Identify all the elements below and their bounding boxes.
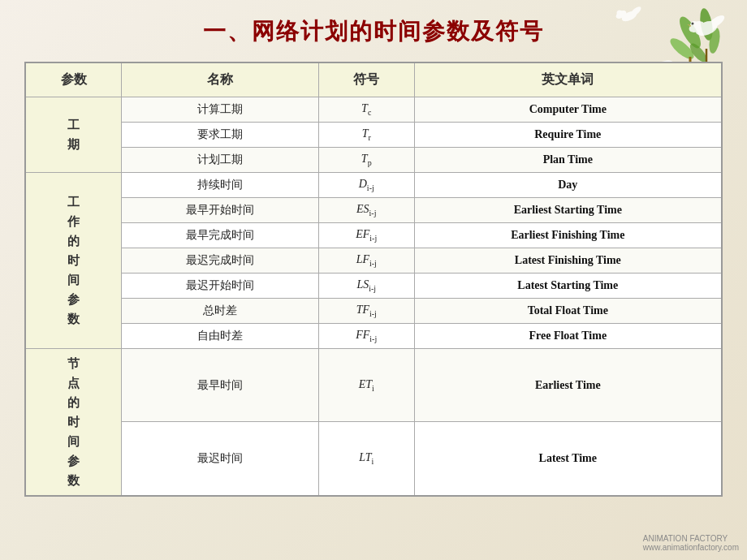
row-name-cell: 总时差 (122, 299, 319, 324)
table-row: 节点的时间参数最早时间ETiEarliest Time (25, 349, 722, 422)
row-symbol-cell: EFi-j (318, 223, 414, 248)
row-english-cell: Free Float Time (414, 324, 722, 349)
row-english-cell: Earliest Finishing Time (414, 223, 722, 248)
main-table: 参数 名称 符号 英文单词 工期计算工期TcComputer Time要求工期T… (24, 62, 723, 497)
row-name-cell: 要求工期 (122, 123, 319, 148)
row-english-cell: Require Time (414, 123, 722, 148)
table-row: 最迟时间LTiLatest Time (25, 422, 722, 496)
col-header-param: 参数 (25, 62, 122, 97)
table-row: 最早开始时间ESi-jEarliest Starting Time (25, 198, 722, 223)
row-name-cell: 计划工期 (122, 148, 319, 173)
row-english-cell: Total Float Time (414, 299, 722, 324)
table-row: 最迟开始时间LSi-jLatest Starting Time (25, 274, 722, 299)
table-row: 总时差TFi-jTotal Float Time (25, 299, 722, 324)
col-header-english: 英文单词 (414, 62, 722, 97)
slide-container: 一、网络计划的时间参数及符号 参数 名称 符号 英文单词 工期计算工期TcCom… (0, 0, 747, 560)
page-title: 一、网络计划的时间参数及符号 (203, 19, 544, 44)
row-symbol-cell: FFi-j (318, 324, 414, 349)
row-name-cell: 最早时间 (122, 349, 319, 422)
row-english-cell: Latest Time (414, 422, 722, 496)
row-english-cell: Computer Time (414, 97, 722, 123)
table-row: 最迟完成时间LFi-jLatest Finishing Time (25, 248, 722, 274)
row-symbol-cell: ESi-j (318, 198, 414, 223)
row-english-cell: Earliest Starting Time (414, 198, 722, 223)
row-english-cell: Day (414, 173, 722, 198)
watermark: ANIMATION FACTORY www.animationfactory.c… (643, 534, 739, 552)
row-english-cell: Latest Finishing Time (414, 248, 722, 274)
table-row: 计划工期TpPlan Time (25, 148, 722, 173)
table-header-row: 参数 名称 符号 英文单词 (25, 62, 722, 97)
row-name-cell: 最迟完成时间 (122, 248, 319, 274)
row-english-cell: Earliest Time (414, 349, 722, 422)
table-row: 工作的时间参数持续时间Di-jDay (25, 173, 722, 198)
table-wrapper: 参数 名称 符号 英文单词 工期计算工期TcComputer Time要求工期T… (24, 62, 723, 497)
group-label-cell: 工作的时间参数 (25, 173, 122, 349)
watermark-line1: ANIMATION FACTORY (643, 534, 739, 543)
row-name-cell: 自由时差 (122, 324, 319, 349)
table-row: 工期计算工期TcComputer Time (25, 97, 722, 123)
group-label-cell: 节点的时间参数 (25, 349, 122, 497)
table-row: 自由时差FFi-jFree Float Time (25, 324, 722, 349)
row-name-cell: 计算工期 (122, 97, 319, 123)
row-english-cell: Latest Starting Time (414, 274, 722, 299)
row-name-cell: 最迟时间 (122, 422, 319, 496)
table-row: 要求工期TrRequire Time (25, 123, 722, 148)
row-symbol-cell: TFi-j (318, 299, 414, 324)
group-label-cell: 工期 (25, 97, 122, 173)
row-name-cell: 持续时间 (122, 173, 319, 198)
row-symbol-cell: Tc (318, 97, 414, 123)
svg-point-23 (617, 11, 623, 16)
row-symbol-cell: LFi-j (318, 248, 414, 274)
row-symbol-cell: Tr (318, 123, 414, 148)
row-name-cell: 最迟开始时间 (122, 274, 319, 299)
row-symbol-cell: Tp (318, 148, 414, 173)
table-row: 最早完成时间EFi-jEarliest Finishing Time (25, 223, 722, 248)
row-english-cell: Plan Time (414, 148, 722, 173)
row-name-cell: 最早完成时间 (122, 223, 319, 248)
col-header-symbol: 符号 (318, 62, 414, 97)
row-symbol-cell: LTi (318, 422, 414, 496)
row-symbol-cell: LSi-j (318, 274, 414, 299)
title-area: 一、网络计划的时间参数及符号 (24, 16, 723, 47)
row-symbol-cell: ETi (318, 349, 414, 422)
watermark-line2: www.animationfactory.com (643, 543, 739, 552)
row-symbol-cell: Di-j (318, 173, 414, 198)
row-name-cell: 最早开始时间 (122, 198, 319, 223)
col-header-name: 名称 (122, 62, 319, 97)
